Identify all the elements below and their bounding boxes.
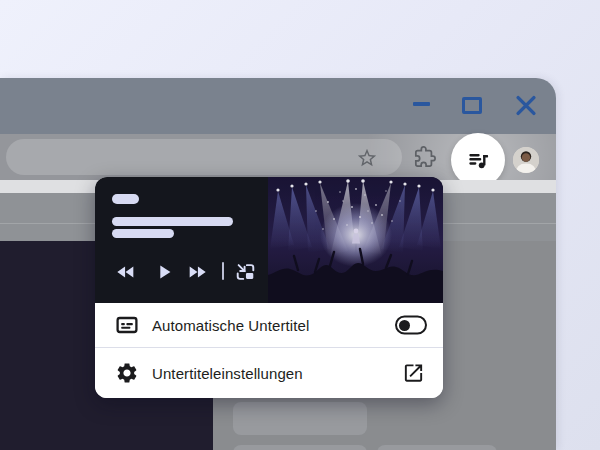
- skeleton-title-bar: [112, 217, 233, 226]
- maximize-icon[interactable]: [462, 97, 482, 114]
- player-info: [95, 177, 268, 303]
- extensions-puzzle-icon[interactable]: [414, 146, 436, 168]
- bookmark-star-icon[interactable]: [356, 147, 378, 169]
- media-controls-button[interactable]: [451, 133, 505, 187]
- auto-captions-label: Automatische Untertitel: [152, 317, 309, 334]
- open-in-new-icon[interactable]: [402, 362, 425, 385]
- previous-track-icon[interactable]: [115, 261, 137, 283]
- caption-settings-label: Untertiteleinstellungen: [152, 365, 303, 382]
- page-skeleton-block: [377, 445, 497, 450]
- media-controls-popup: Automatische Untertitel Untertiteleinste…: [95, 177, 443, 398]
- avatar-photo: [513, 147, 539, 173]
- browser-toolbar: [0, 134, 556, 180]
- auto-captions-row[interactable]: Automatische Untertitel: [95, 303, 443, 347]
- screenshot-canvas: Automatische Untertitel Untertiteleinste…: [0, 0, 600, 450]
- caption-settings-row[interactable]: Untertiteleinstellungen: [95, 348, 443, 398]
- skeleton-artist-bar: [112, 229, 174, 238]
- next-track-icon[interactable]: [186, 261, 208, 283]
- page-skeleton-block: [233, 445, 367, 450]
- picture-in-picture-icon[interactable]: [233, 261, 258, 283]
- media-player-card[interactable]: [95, 177, 443, 303]
- settings-gear-icon: [115, 361, 139, 385]
- address-bar[interactable]: [6, 139, 402, 175]
- window-titlebar: [0, 78, 556, 134]
- skeleton-source-chip: [112, 194, 139, 204]
- toggle-knob: [399, 320, 410, 331]
- controls-separator: [222, 262, 224, 280]
- close-icon[interactable]: [515, 95, 537, 116]
- minimize-icon[interactable]: [413, 102, 430, 106]
- captions-toggle-off[interactable]: [395, 316, 427, 335]
- play-icon[interactable]: [153, 261, 175, 283]
- album-artwork-concert-photo: [268, 177, 443, 303]
- page-skeleton-block: [233, 402, 367, 435]
- media-controls-icon: [465, 147, 491, 173]
- profile-avatar[interactable]: [513, 147, 539, 173]
- live-captions-icon: [115, 313, 139, 337]
